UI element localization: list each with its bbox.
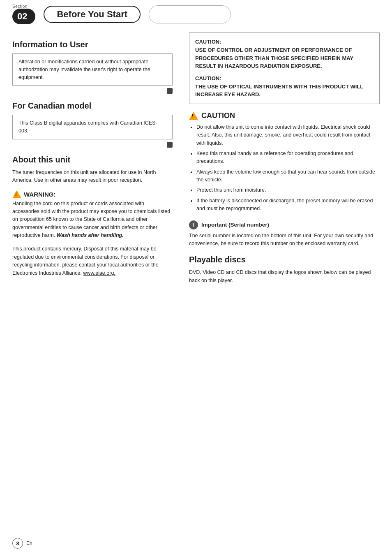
info-circle-icon: i xyxy=(189,220,198,229)
about-unit-text: The tuner frequencies on this unit are a… xyxy=(12,169,173,185)
warning-triangle-icon xyxy=(12,190,21,198)
caution-body-1: USE OF CONTROL OR ADJUSTMENT OR PERFORMA… xyxy=(195,46,374,70)
small-square-icon-2 xyxy=(12,142,173,148)
warning-text: Handling the cord on this product or cor… xyxy=(12,200,173,240)
caution-label-2: CAUTION: xyxy=(195,74,374,83)
caution-section-2: CAUTION: THE USE OF OPTICAL INSTRUMENTS … xyxy=(195,74,374,99)
important-block: i Important (Serial number) The serial n… xyxy=(189,220,380,248)
header-right-pill xyxy=(149,5,231,23)
main-content: Information to User Alteration or modifi… xyxy=(0,24,392,297)
info-to-user-box: Alteration or modifications carried out … xyxy=(12,53,173,86)
section-title: Before You Start xyxy=(44,6,141,23)
page-footer: 8 En xyxy=(12,538,32,549)
caution-body-2: THE USE OF OPTICAL INSTRUMENTS WITH THIS… xyxy=(195,83,374,99)
warning-wash-hands: Wash hands after handling. xyxy=(57,232,124,238)
caution-bullets-block: CAUTION Do not allow this unit to come i… xyxy=(189,111,380,213)
square-icon-2 xyxy=(167,142,173,148)
info-to-user-heading: Information to User xyxy=(12,40,173,49)
canadian-model-box: This Class B digital apparatus complies … xyxy=(12,115,173,139)
info-to-user-text: Alteration or modifications carried out … xyxy=(18,59,150,80)
caution-header-label: CAUTION xyxy=(201,111,235,120)
list-item: Keep this manual handy as a reference fo… xyxy=(196,150,380,166)
canadian-model-text: This Class B digital apparatus complies … xyxy=(18,120,157,134)
page-number: 8 xyxy=(12,538,23,549)
mercury-text: This product contains mercury. Disposal … xyxy=(12,245,173,277)
warning-header: WARNING: xyxy=(12,190,173,198)
caution-bullet-list: Do not allow this unit to come into cont… xyxy=(189,123,380,213)
list-item: Protect this unit from moisture. xyxy=(196,186,380,194)
caution-triangle-icon xyxy=(189,112,198,120)
playable-discs-section: Playable discs DVD, Video CD and CD disc… xyxy=(189,255,380,285)
right-column: CAUTION: USE OF CONTROL OR ADJUSTMENT OR… xyxy=(185,32,380,289)
important-text: The serial number is located on the bott… xyxy=(189,232,380,248)
important-header: i Important (Serial number) xyxy=(189,220,380,229)
list-item: If the battery is disconnected or discha… xyxy=(196,197,380,213)
section-label: Section xyxy=(12,4,28,9)
section-number: 02 xyxy=(17,11,27,22)
warning-block: WARNING: Handling the cord on this produ… xyxy=(12,190,173,240)
playable-discs-text: DVD, Video CD and CD discs that display … xyxy=(189,269,380,285)
warning-label: WARNING: xyxy=(24,191,56,198)
section-badge: Section 02 xyxy=(12,4,35,24)
canadian-model-heading: For Canadian model xyxy=(12,101,173,111)
playable-discs-heading: Playable discs xyxy=(189,255,380,264)
page-header: Section 02 Before You Start xyxy=(0,0,392,24)
left-column: Information to User Alteration or modifi… xyxy=(12,32,185,289)
eiae-link[interactable]: www.eiae.org. xyxy=(83,270,115,276)
small-square-icon-1 xyxy=(12,88,173,94)
list-item: Always keep the volume low enough so tha… xyxy=(196,168,380,184)
about-unit-heading: About this unit xyxy=(12,155,173,164)
caution-label-1: CAUTION: xyxy=(195,38,374,46)
important-label: Important (Serial number) xyxy=(201,222,269,228)
caution-bordered-box: CAUTION: USE OF CONTROL OR ADJUSTMENT OR… xyxy=(189,32,380,104)
square-icon xyxy=(167,88,173,94)
list-item: Do not allow this unit to come into cont… xyxy=(196,123,380,147)
page-language: En xyxy=(26,540,32,546)
caution-bullets-header: CAUTION xyxy=(189,111,380,120)
section-pill: 02 xyxy=(12,9,35,24)
